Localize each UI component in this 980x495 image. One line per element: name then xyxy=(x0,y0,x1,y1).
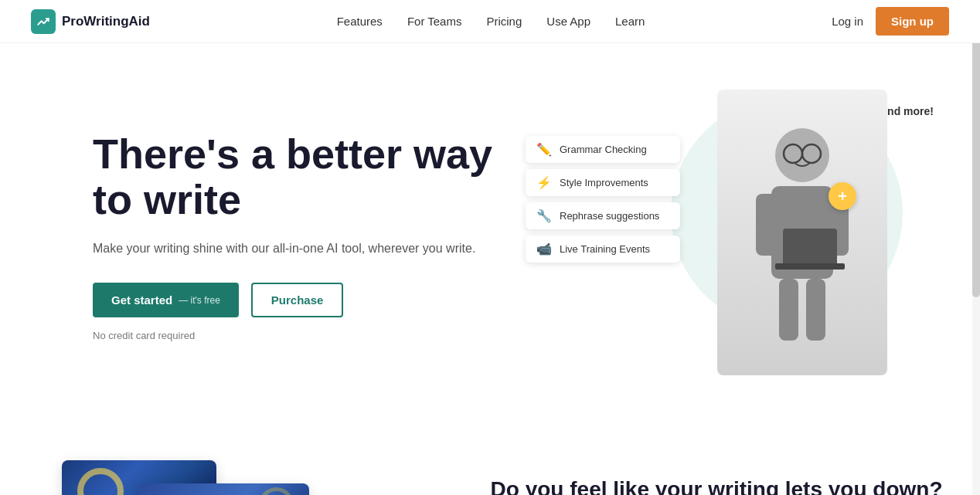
svg-rect-6 xyxy=(783,229,837,267)
hero-left: There's a better way to write Make your … xyxy=(93,131,495,341)
painting-card-2: My idea in my head xyxy=(139,483,309,495)
chip-training: 📹 Live Training Events xyxy=(526,236,680,263)
nav-pricing[interactable]: Pricing xyxy=(486,15,522,28)
hero-title: There's a better way to write xyxy=(93,131,495,223)
section2-illustration: My idea in my head xyxy=(31,460,444,495)
signup-button[interactable]: Sign up xyxy=(876,7,949,36)
purchase-button[interactable]: Purchase xyxy=(251,283,344,317)
login-link[interactable]: Log in xyxy=(832,15,863,28)
no-credit-card-text: No credit card required xyxy=(93,330,495,341)
wrench-icon: 🔧 xyxy=(536,209,552,223)
section2-title: Do you feel like your writing lets you d… xyxy=(491,476,949,495)
nav-actions: Log in Sign up xyxy=(832,7,949,36)
svg-rect-5 xyxy=(806,279,825,341)
navbar: ProWritingAid Features For Teams Pricing… xyxy=(0,0,980,43)
nav-use-app[interactable]: Use App xyxy=(546,15,590,28)
logo-text: ProWritingAid xyxy=(62,14,150,29)
get-started-button[interactable]: Get started — it's free xyxy=(93,283,239,317)
chip-grammar: ✏️ Grammar Checking xyxy=(526,136,680,163)
free-suffix: — it's free xyxy=(179,295,220,306)
scrollbar[interactable] xyxy=(972,0,980,495)
hero-section: There's a better way to write Make your … xyxy=(0,43,980,414)
svg-rect-2 xyxy=(756,194,779,256)
scrollbar-thumb[interactable] xyxy=(972,0,980,297)
hero-person-illustration xyxy=(717,90,887,375)
svg-rect-7 xyxy=(775,263,845,270)
chip-rephrase: 🔧 Rephrase suggestions xyxy=(526,202,680,229)
logo-icon xyxy=(31,9,56,34)
logo-link[interactable]: ProWritingAid xyxy=(31,9,150,34)
hero-subtitle: Make your writing shine with our all-in-… xyxy=(93,239,495,259)
nav-learn[interactable]: Learn xyxy=(615,15,645,28)
plus-badge-icon: + xyxy=(829,182,856,210)
nav-for-teams[interactable]: For Teams xyxy=(407,15,462,28)
svg-rect-4 xyxy=(779,279,798,341)
nav-features[interactable]: Features xyxy=(337,15,383,28)
feature-chips: ✏️ Grammar Checking ⚡ Style Improvements… xyxy=(526,136,680,263)
section2: My idea in my head Do you feel like your… xyxy=(0,414,980,495)
painting-bg-2 xyxy=(139,483,309,495)
lightning-icon: ⚡ xyxy=(536,175,552,190)
video-icon: 📹 xyxy=(536,242,552,256)
chip-style: ⚡ Style Improvements xyxy=(526,169,680,196)
hero-right: ✏️ Grammar Checking ⚡ Style Improvements… xyxy=(495,90,949,383)
section2-right: Do you feel like your writing lets you d… xyxy=(491,460,949,495)
nav-links: Features For Teams Pricing Use App Learn xyxy=(337,15,645,29)
hero-buttons: Get started — it's free Purchase xyxy=(93,283,495,317)
pencil-icon: ✏️ xyxy=(536,142,552,157)
